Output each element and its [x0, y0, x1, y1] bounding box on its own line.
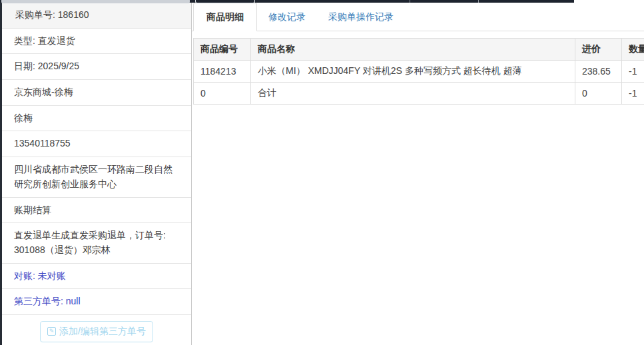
- purchase-order-page: { "sidebar": { "rows": [ { "text": "采购单号…: [0, 0, 644, 345]
- order-type: 类型: 直发退货: [2, 29, 191, 55]
- tab-goods-detail[interactable]: 商品明细: [193, 3, 257, 31]
- edit-third-party-number-label: 添加/编辑第三方单号: [59, 325, 146, 338]
- goods-table-header-row: 商品编号 商品名称 进价 数量: [194, 39, 644, 61]
- browser-active-tab-remnant: [1, 0, 190, 3]
- address: 四川省成都市武侯区一环路南二段自然研究所创新创业服务中心: [2, 157, 191, 197]
- cell-quantity: -1: [622, 61, 644, 83]
- edit-third-party-number-button[interactable]: ✎ 添加/编辑第三方单号: [40, 321, 153, 342]
- reconcile-status-link[interactable]: 对账: 未对账: [2, 264, 191, 290]
- order-number: 采购单号: 186160: [2, 3, 191, 29]
- third-party-number-link[interactable]: 第三方单号: null: [2, 289, 191, 315]
- settlement-terms: 账期结算: [2, 198, 191, 224]
- order-note: 直发退单生成直发采购退单，订单号: 301088（退货）邓宗林: [2, 223, 191, 263]
- cell-quantity: -1: [622, 83, 644, 105]
- browser-tab-separator: [410, 0, 410, 3]
- cell-purchase-price: 238.65: [575, 61, 622, 83]
- tab-modify-records[interactable]: 修改记录: [257, 3, 317, 31]
- cell-purchase-price: 0: [575, 83, 622, 105]
- contact-name: 徐梅: [2, 106, 191, 132]
- order-detail-sidebar: 采购单号: 186160 类型: 直发退货 日期: 2025/9/25 京东商城…: [2, 3, 192, 345]
- browser-tab-outline-remnant: [195, 0, 255, 3]
- contact-phone: 13540118755: [2, 131, 191, 157]
- browser-tabbar-sliver: [0, 0, 574, 3]
- cell-product-name: 合计: [251, 83, 575, 105]
- tab-operation-records[interactable]: 采购单操作记录: [317, 3, 405, 31]
- edit-icon: ✎: [47, 327, 56, 336]
- third-party-button-row: ✎ 添加/编辑第三方单号: [2, 315, 191, 345]
- cell-product-id: 1184213: [194, 61, 251, 83]
- window-left-edge: [0, 0, 2, 345]
- col-header-purchase-price: 进价: [575, 39, 622, 61]
- table-row: 1184213 小米（MI） XMDJJ04FY 对讲机2S 多种写频方式 超长…: [194, 61, 644, 83]
- table-total-row: 0 合计 0 -1: [194, 83, 644, 105]
- col-header-quantity: 数量: [622, 39, 644, 61]
- cell-product-id: 0: [194, 83, 251, 105]
- order-content-panel: 商品明细 修改记录 采购单操作记录 商品编号 商品名称 进价 数量 118421…: [192, 3, 644, 345]
- vendor-name: 京东商城-徐梅: [2, 80, 191, 106]
- col-header-product-name: 商品名称: [251, 39, 575, 61]
- col-header-product-id: 商品编号: [194, 39, 251, 61]
- order-date: 日期: 2025/9/25: [2, 54, 191, 80]
- goods-table: 商品编号 商品名称 进价 数量 1184213 小米（MI） XMDJJ04FY…: [193, 38, 644, 105]
- cell-product-name: 小米（MI） XMDJJ04FY 对讲机2S 多种写频方式 超长待机 超薄: [251, 61, 575, 83]
- browser-tab-separator: [478, 0, 479, 3]
- content-tabs: 商品明细 修改记录 采购单操作记录: [192, 3, 644, 31]
